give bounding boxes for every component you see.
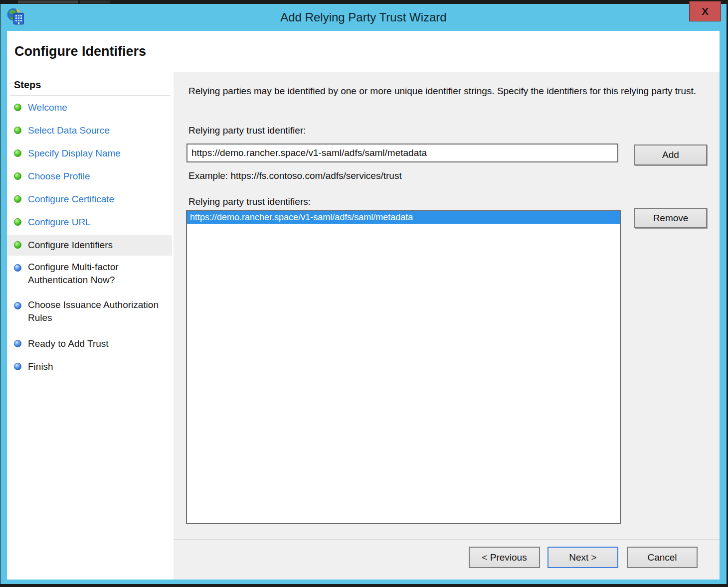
identifier-list-item[interactable]: https://demo.rancher.space/v1-saml/adfs/… — [187, 211, 620, 224]
step-label: Finish — [28, 359, 53, 374]
step-bullet-blue-icon — [14, 302, 21, 309]
step-item-welcome[interactable]: Welcome — [7, 97, 172, 118]
steps-list: WelcomeSelect Data SourceSpecify Display… — [7, 96, 172, 377]
step-item-choose-issuance-authorization-rules: Choose Issuance Authorization Rules — [7, 295, 172, 327]
steps-sidebar: Steps WelcomeSelect Data SourceSpecify D… — [7, 72, 172, 580]
step-bullet-green-icon — [14, 241, 21, 249]
step-item-configure-identifiers: Configure Identifiers — [7, 235, 172, 256]
step-bullet-green-icon — [14, 149, 21, 157]
step-item-configure-certificate[interactable]: Configure Certificate — [7, 189, 172, 210]
next-button[interactable]: Next > — [547, 547, 618, 568]
example-text: Example: https://fs.contoso.com/adfs/ser… — [188, 170, 402, 181]
step-item-ready-to-add-trust: Ready to Add Trust — [7, 333, 172, 354]
step-label: Configure URL — [28, 215, 91, 230]
main-panel: Relying parties may be identified by one… — [174, 72, 720, 580]
step-label: Choose Issuance Authorization Rules — [28, 298, 169, 324]
step-label: Configure Multi-factor Authentication No… — [28, 261, 169, 287]
wizard-window: Add Relying Party Trust Wizard Configure… — [0, 4, 727, 584]
step-bullet-green-icon — [14, 218, 21, 226]
cancel-button[interactable]: Cancel — [627, 547, 698, 568]
identifier-input-label: Relying party trust identifier: — [188, 125, 306, 136]
step-bullet-blue-icon — [14, 363, 21, 370]
step-item-configure-multi-factor-authentication-now: Configure Multi-factor Authentication No… — [7, 258, 172, 290]
step-label: Ready to Add Trust — [28, 336, 109, 351]
step-label: Welcome — [28, 100, 67, 115]
identifiers-listbox[interactable]: https://demo.rancher.space/v1-saml/adfs/… — [186, 210, 621, 524]
step-bullet-green-icon — [14, 127, 21, 134]
page-title: Configure Identifiers — [14, 44, 146, 59]
step-item-specify-display-name[interactable]: Specify Display Name — [7, 143, 172, 164]
steps-title: Steps — [7, 72, 172, 91]
step-label: Configure Identifiers — [28, 238, 113, 253]
step-bullet-green-icon — [14, 195, 21, 203]
screenshot-root: Add Relying Party Trust Wizard Configure… — [0, 0, 728, 587]
step-item-configure-url[interactable]: Configure URL — [7, 212, 172, 233]
step-item-select-data-source[interactable]: Select Data Source — [7, 120, 172, 141]
window-title: Add Relying Party Trust Wizard — [0, 4, 727, 31]
step-label: Specify Display Name — [28, 146, 121, 161]
step-label: Choose Profile — [28, 169, 90, 184]
step-item-finish: Finish — [7, 356, 172, 377]
background-window-edge — [80, 0, 110, 3]
step-label: Configure Certificate — [28, 192, 114, 207]
close-button[interactable]: X — [689, 1, 721, 21]
background-window-edge — [18, 0, 78, 3]
identifier-input[interactable] — [186, 144, 618, 162]
step-bullet-blue-icon — [14, 264, 21, 272]
add-button[interactable]: Add — [634, 145, 707, 165]
titlebar: Add Relying Party Trust Wizard — [0, 4, 727, 31]
description-text: Relying parties may be identified by one… — [188, 84, 700, 98]
identifiers-list-label: Relying party trust identifiers: — [188, 196, 311, 207]
step-bullet-green-icon — [14, 104, 21, 111]
previous-button[interactable]: < Previous — [469, 547, 540, 568]
footer-separator — [174, 539, 720, 540]
step-bullet-green-icon — [14, 172, 21, 180]
step-label: Select Data Source — [28, 123, 110, 138]
step-item-choose-profile[interactable]: Choose Profile — [7, 166, 172, 187]
remove-button[interactable]: Remove — [634, 208, 707, 228]
wizard-body: Configure Identifiers Steps WelcomeSelec… — [7, 31, 720, 580]
step-bullet-blue-icon — [14, 340, 21, 347]
